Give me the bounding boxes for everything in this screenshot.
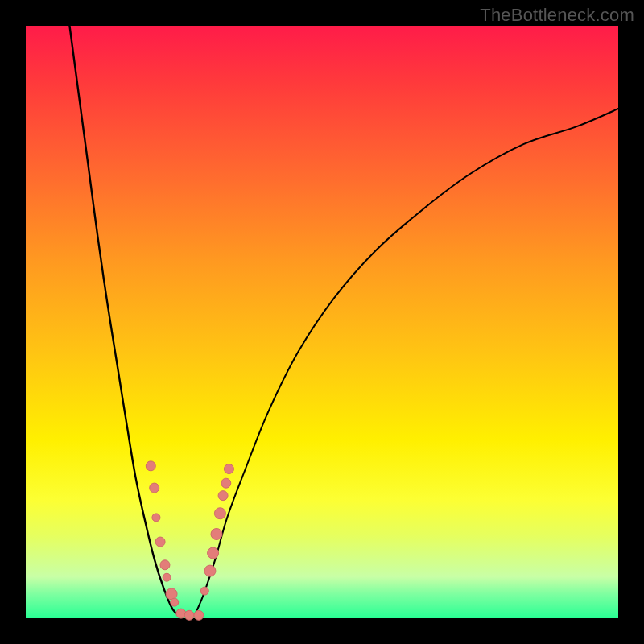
marker-point bbox=[163, 573, 171, 581]
gradient-plot-area bbox=[26, 26, 618, 618]
marker-point bbox=[160, 560, 170, 570]
marker-point bbox=[155, 537, 165, 547]
marker-point bbox=[211, 528, 222, 539]
marker-point bbox=[184, 610, 194, 620]
marker-point bbox=[208, 547, 219, 559]
chart-svg bbox=[26, 26, 618, 618]
marker-point bbox=[200, 587, 208, 595]
outer-frame: TheBottleneck.com bbox=[0, 0, 644, 644]
marker-point bbox=[218, 491, 228, 501]
marker-point bbox=[194, 610, 204, 620]
marker-point bbox=[171, 598, 179, 606]
right-curve bbox=[195, 109, 618, 615]
left-curve bbox=[69, 26, 180, 615]
marker-point bbox=[146, 461, 155, 471]
marker-point bbox=[214, 508, 225, 519]
marker-point bbox=[150, 483, 159, 493]
marker-point bbox=[224, 464, 233, 474]
watermark-text: TheBottleneck.com bbox=[480, 5, 634, 26]
marker-point bbox=[204, 565, 216, 576]
marker-point bbox=[152, 514, 160, 522]
marker-point bbox=[221, 478, 231, 488]
marker-point bbox=[166, 588, 177, 600]
